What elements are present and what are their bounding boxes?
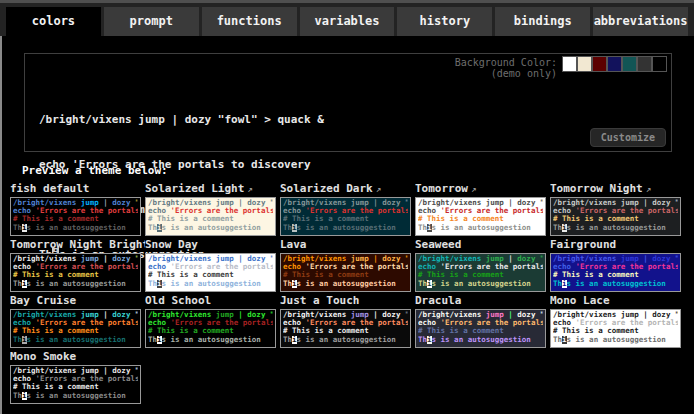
background-swatch[interactable] <box>607 56 622 72</box>
theme-preview-fairground[interactable]: /bright/vixens jump | dozy "fowl" > quac… <box>550 253 681 292</box>
background-swatch[interactable] <box>592 56 607 72</box>
theme-preview-tomorrow[interactable]: /bright/vixens jump | dozy "fowl" > quac… <box>415 197 546 236</box>
theme-name-solarized-dark[interactable]: Solarized Dark↗ <box>280 183 415 195</box>
theme-preview-line: /bright/vixens jump | dozy "fowl" > quac… <box>13 311 138 319</box>
token-path: /bright/vixens <box>553 255 621 263</box>
theme-name-lava[interactable]: Lava <box>280 239 415 251</box>
background-swatch[interactable] <box>622 56 637 72</box>
tab-abbreviations[interactable]: abbreviations <box>593 7 688 36</box>
theme-name-just-a-touch[interactable]: Just a Touch <box>280 295 415 307</box>
theme-name-mono-smoke[interactable]: Mono Smoke <box>10 351 145 363</box>
token-comment: # This is a comment <box>418 271 504 279</box>
theme-name-tomorrow-night[interactable]: Tomorrow Night↗ <box>550 183 685 195</box>
external-link-icon[interactable]: ↗ <box>376 184 381 194</box>
theme-cell: Solarized Light↗/bright/vixens jump | do… <box>145 183 280 239</box>
external-link-icon[interactable]: ↗ <box>646 184 651 194</box>
theme-cell: Seaweed/bright/vixens jump | dozy "fowl"… <box>415 239 550 295</box>
tab-colors[interactable]: colors <box>6 7 101 39</box>
theme-preview-line: echo 'Errors are the portals to discover… <box>13 263 138 271</box>
theme-name-solarized-light[interactable]: Solarized Light↗ <box>145 183 280 195</box>
token-auto: s is an autosuggestion <box>27 392 126 400</box>
external-link-icon[interactable]: ↗ <box>471 184 476 194</box>
theme-preview-bay-cruise[interactable]: /bright/vixens jump | dozy "fowl" > quac… <box>10 309 141 348</box>
token-jump: jump <box>351 311 369 319</box>
tab-variables[interactable]: variables <box>300 7 395 36</box>
theme-preview-line: # This is a comment <box>418 327 543 335</box>
theme-preview-line: # This is a comment <box>283 271 408 279</box>
tab-functions[interactable]: functions <box>202 7 297 36</box>
token-auto: Th <box>13 224 22 232</box>
token-path: /bright/vixens <box>13 199 81 207</box>
theme-preview-mono-lace[interactable]: /bright/vixens jump | dozy "fowl" > quac… <box>550 309 681 348</box>
theme-name-old-school[interactable]: Old School <box>145 295 280 307</box>
token-dozy: dozy <box>247 199 265 207</box>
theme-name-snow-day[interactable]: Snow Day <box>145 239 280 251</box>
theme-cell: Mono Smoke/bright/vixens jump | dozy "fo… <box>10 351 145 407</box>
theme-preview-snow-day[interactable]: /bright/vixens jump | dozy "fowl" > quac… <box>145 253 276 292</box>
theme-name-tomorrow[interactable]: Tomorrow↗ <box>415 183 550 195</box>
token-dozy: dozy <box>517 255 535 263</box>
token-comment: # This is a comment <box>553 271 639 279</box>
theme-preview-just-a-touch[interactable]: /bright/vixens jump | dozy "fowl" > quac… <box>280 309 411 348</box>
theme-name-dracula[interactable]: Dracula <box>415 295 550 307</box>
theme-preview-line: # This is a comment <box>13 271 138 279</box>
token-path: /bright/vixens <box>13 367 81 375</box>
token-echo: echo <box>283 263 306 271</box>
token-pipe: | <box>99 311 113 319</box>
token-quote: "fowl" > quack & <box>130 255 138 263</box>
token-comment: # This is a comment <box>13 271 99 279</box>
theme-name-seaweed[interactable]: Seaweed <box>415 239 550 251</box>
theme-grid: fish default/bright/vixens jump | dozy "… <box>10 183 685 407</box>
token-auto: Th <box>148 336 157 344</box>
theme-preview-line: /bright/vixens jump | dozy "fowl" > quac… <box>13 255 138 263</box>
tab-bar: colorspromptfunctionsvariableshistorybin… <box>0 0 694 36</box>
theme-preview-line: /bright/vixens jump | dozy "fowl" > quac… <box>553 255 678 263</box>
theme-name-fairground[interactable]: Fairground <box>550 239 685 251</box>
background-swatch[interactable] <box>562 56 577 72</box>
theme-preview-solarized-dark[interactable]: /bright/vixens jump | dozy "fowl" > quac… <box>280 197 411 236</box>
theme-preview-line: This is an autosuggestion <box>553 224 678 232</box>
customize-button[interactable]: Customize <box>590 128 666 147</box>
token-dozy: dozy <box>517 311 535 319</box>
theme-preview-mono-smoke[interactable]: /bright/vixens jump | dozy "fowl" > quac… <box>10 365 141 404</box>
token-echo: echo <box>13 263 36 271</box>
token-auto: Th <box>418 336 427 344</box>
token-pipe: | <box>234 255 248 263</box>
theme-preview-tomorrow-night-bright[interactable]: /bright/vixens jump | dozy "fowl" > quac… <box>10 253 141 292</box>
theme-preview-tomorrow-night[interactable]: /bright/vixens jump | dozy "fowl" > quac… <box>550 197 681 236</box>
theme-name-bay-cruise[interactable]: Bay Cruise <box>10 295 145 307</box>
token-echo: echo <box>13 319 36 327</box>
token-path: /bright/vixens <box>283 255 351 263</box>
token-path: /bright/vixens <box>13 255 81 263</box>
theme-preview-fish-default[interactable]: /bright/vixens jump | dozy "fowl" > quac… <box>10 197 141 236</box>
token-pipe: | <box>504 199 518 207</box>
theme-preview-line: echo 'Errors are the portals to discover… <box>553 207 678 215</box>
theme-name-tomorrow-night-bright[interactable]: Tomorrow Night Bright↗ <box>10 239 145 251</box>
token-pipe: | <box>504 311 518 319</box>
theme-preview-line: # This is a comment <box>283 215 408 223</box>
token-pipe: | <box>234 311 248 319</box>
tab-prompt[interactable]: prompt <box>104 7 199 36</box>
theme-preview-seaweed[interactable]: /bright/vixens jump | dozy "fowl" > quac… <box>415 253 546 292</box>
external-link-icon[interactable]: ↗ <box>247 184 252 194</box>
token-str: 'Errors are the portals to discovery <box>36 319 138 327</box>
tab-history[interactable]: history <box>397 7 492 36</box>
theme-preview-line: echo 'Errors are the portals to discover… <box>13 207 138 215</box>
theme-preview-dracula[interactable]: /bright/vixens jump | dozy "fowl" > quac… <box>415 309 546 348</box>
theme-cell: Tomorrow Night↗/bright/vixens jump | doz… <box>550 183 685 239</box>
token-dozy: dozy <box>112 367 130 375</box>
background-swatch[interactable] <box>577 56 592 72</box>
theme-preview-old-school[interactable]: /bright/vixens jump | dozy "fowl" > quac… <box>145 309 276 348</box>
theme-preview-solarized-light[interactable]: /bright/vixens jump | dozy "fowl" > quac… <box>145 197 276 236</box>
token-echo: echo <box>13 207 36 215</box>
theme-name-mono-lace[interactable]: Mono Lace <box>550 295 685 307</box>
theme-preview-line: /bright/vixens jump | dozy "fowl" > quac… <box>553 311 678 319</box>
token-quote: "fowl" > quack & <box>670 255 678 263</box>
tab-bindings[interactable]: bindings <box>495 7 590 36</box>
background-swatch[interactable] <box>637 56 652 72</box>
theme-preview-lava[interactable]: /bright/vixens jump | dozy "fowl" > quac… <box>280 253 411 292</box>
token-auto: Th <box>13 336 22 344</box>
theme-preview-line: This is an autosuggestion <box>148 336 273 344</box>
theme-name-fish-default[interactable]: fish default <box>10 183 145 195</box>
background-swatch[interactable] <box>652 56 667 72</box>
